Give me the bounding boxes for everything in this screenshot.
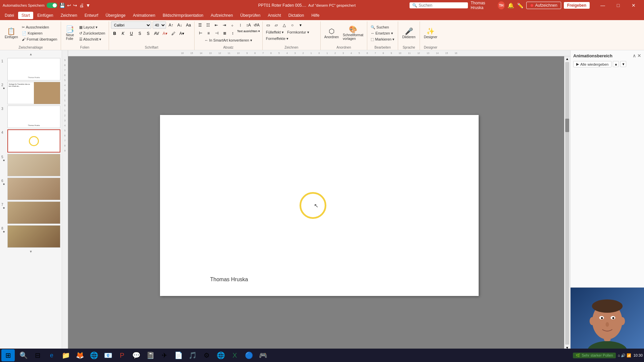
print-icon[interactable]: 🖨 [79, 3, 84, 8]
decrease-indent-button[interactable]: ⇤ [213, 21, 220, 29]
slide-thumb-6[interactable] [7, 178, 60, 200]
format-copy-button[interactable]: 🖌 Format übertragen [20, 37, 58, 42]
replace-button[interactable]: ↔ Ersetzen ▾ [369, 31, 396, 36]
reset-button[interactable]: ↺ Zurücksetzen [78, 31, 107, 36]
slide-item-7[interactable]: 7 ★ [1, 201, 60, 224]
anim-down-arrow[interactable]: ▼ [620, 61, 626, 67]
cut-button[interactable]: ✂ Ausschneiden [20, 24, 58, 30]
taskbar-taskview[interactable]: ⊟ [31, 349, 44, 361]
close-button[interactable]: ✕ [626, 0, 641, 11]
menu-start[interactable]: Start [18, 12, 33, 19]
undo-icon[interactable]: ↩ [67, 3, 71, 8]
scrollbar-track[interactable] [565, 62, 569, 345]
underline-button[interactable]: U [128, 30, 135, 37]
yellow-circle[interactable] [300, 192, 326, 219]
slide-thumb-1[interactable]: Thomas Hruska [7, 58, 60, 80]
taskbar-search[interactable]: 🔍 [17, 349, 30, 361]
justify-button[interactable]: ≣ [221, 29, 228, 37]
slide-thumb-8[interactable] [7, 225, 60, 248]
taskbar-spotify[interactable]: 🎵 [186, 349, 199, 361]
record-button[interactable]: ⏺ Aufzeichnen [526, 2, 561, 9]
strikethrough-button[interactable]: S [136, 30, 144, 37]
slide-item-1[interactable]: 1 Thomas Hruska [1, 58, 60, 80]
menu-animationen[interactable]: Animationen [129, 12, 159, 19]
bell-icon[interactable]: 🔔 [507, 2, 514, 9]
menu-zeichnen[interactable]: Zeichnen [57, 12, 80, 19]
font-color2-button[interactable]: A▾ [178, 30, 185, 37]
taskbar-app3[interactable]: 🎮 [256, 349, 270, 361]
smartart-button[interactable]: ⬦ [229, 21, 236, 29]
slide-thumb-5[interactable] [7, 154, 60, 176]
maximize-button[interactable]: □ [610, 0, 626, 11]
taskbar-acrobat[interactable]: 📄 [172, 349, 185, 361]
search-box[interactable]: 🔍 [410, 2, 468, 8]
taskbar-onenote[interactable]: 📓 [144, 349, 157, 361]
scroll-up-btn[interactable]: ▲ [565, 56, 570, 61]
slide-item-6[interactable]: 6 ★ [1, 178, 60, 200]
align-left-button[interactable]: ⊢ [197, 29, 204, 37]
panel-collapse-icon[interactable]: ∧ [633, 53, 636, 58]
taskbar-excel[interactable]: X [228, 349, 241, 361]
menu-datei[interactable]: Datei [1, 12, 17, 19]
copy-button[interactable]: 📄 Kopieren [20, 31, 58, 36]
new-slide-button[interactable]: 📑 NeueFolie [63, 24, 77, 42]
scroll-up-arrow[interactable]: ▲ [1, 52, 60, 57]
increase-font-button[interactable]: A↑ [167, 21, 175, 29]
char-spacing-button[interactable]: AV [153, 30, 160, 37]
search-input[interactable] [419, 3, 459, 8]
increase-indent-button[interactable]: ⇥ [221, 21, 228, 29]
shape-tri[interactable]: △ [281, 21, 288, 29]
anim-up-arrow[interactable]: ▲ [613, 61, 619, 67]
taskbar-outlook[interactable]: 📧 [101, 349, 115, 361]
slide-thumb-3[interactable]: Thomas Hruska [7, 106, 60, 128]
taskbar-edge[interactable]: 🌐 [214, 349, 227, 361]
align-center-button[interactable]: ≡ [205, 29, 212, 37]
scrollbar-thumb[interactable] [565, 119, 569, 132]
taskbar-ie[interactable]: e [45, 349, 58, 361]
font-family-select[interactable]: Calibri [111, 21, 151, 29]
taskbar-firefox[interactable]: 🦊 [73, 349, 87, 361]
taskbar-app1[interactable]: ⚙ [200, 349, 213, 361]
designer-button[interactable]: ✨ Designer [422, 26, 439, 40]
numbered-button[interactable]: ☷ [205, 21, 212, 29]
slide-item-5[interactable]: 5 ★ [1, 154, 60, 176]
menu-aufzeichnen[interactable]: Aufzeichnen [207, 12, 236, 19]
menu-hilfe[interactable]: Hilfe [308, 12, 323, 19]
select-button[interactable]: ⬚ Markieren ▾ [369, 37, 396, 42]
italic-button[interactable]: K [119, 30, 127, 37]
menu-uebergaenge[interactable]: Übergänge [102, 12, 129, 19]
panel-close-icon[interactable]: ✕ [637, 53, 641, 58]
fill-button[interactable]: Fülleffekt ▾ [265, 29, 285, 35]
bold-button[interactable]: B [111, 30, 118, 37]
layout-button[interactable]: ▦ Layout ▾ [78, 24, 107, 30]
align-right-button[interactable]: ⊣ [213, 29, 220, 37]
slide-item-3[interactable]: 3 Thomas Hruska [1, 106, 60, 128]
highlight-button[interactable]: 🖊 [170, 30, 177, 37]
start-button[interactable]: ⊞ [1, 349, 15, 361]
slide-thumb-4[interactable] [7, 129, 60, 153]
shape-rect[interactable]: ▭ [265, 21, 272, 29]
customize-icon[interactable]: ▼ [86, 3, 91, 8]
user-avatar[interactable]: TH [498, 1, 505, 9]
dictate-button[interactable]: 🎤 Diktieren [400, 26, 417, 40]
shape-circle[interactable]: ○ [289, 21, 296, 29]
slide-thumb-7[interactable] [7, 201, 60, 224]
shape-more[interactable]: ▾ [297, 21, 304, 29]
columns-button[interactable]: ⫶ [237, 21, 244, 29]
font-color-button[interactable]: A▾ [161, 30, 169, 37]
slide-item-2[interactable]: 2 ★ Vorlage für Transition des zu lern I… [1, 82, 60, 104]
taskbar-teams[interactable]: 💬 [129, 349, 143, 361]
system-tray[interactable]: ⌂ 🔊 📶 [618, 353, 632, 358]
outline-button[interactable]: Formkontur ▾ [286, 29, 310, 35]
menu-bildschirmpraesentation[interactable]: Bildschirmpräsentation [159, 12, 207, 19]
font-size-select[interactable]: 40 [153, 21, 166, 29]
paste-button[interactable]: 📋 Einfügen [3, 26, 20, 40]
section-button[interactable]: ☰ Abschnitt ▾ [78, 37, 107, 42]
decrease-font-button[interactable]: A↓ [176, 21, 183, 29]
pen-icon[interactable]: ✏️ [517, 2, 524, 9]
taskbar-explorer[interactable]: 📁 [59, 349, 72, 361]
taskbar-powerpoint[interactable]: P [115, 349, 129, 361]
arrange-button[interactable]: ⬡ Anordnen [323, 27, 340, 40]
scroll-down-arrow[interactable]: ▼ [1, 249, 60, 254]
slide-canvas[interactable]: ↖ Thomas Hruska [160, 115, 479, 296]
